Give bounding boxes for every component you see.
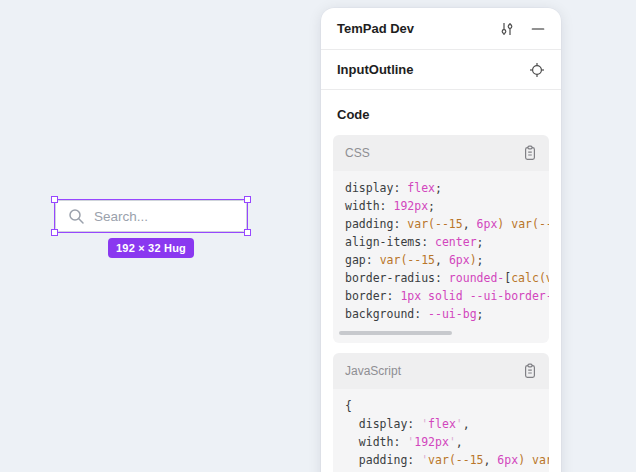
search-icon — [68, 208, 85, 225]
selected-node-row: InputOutline — [321, 50, 561, 90]
panel-header: TemPad Dev — [321, 8, 561, 50]
code-section-heading: Code — [337, 107, 545, 122]
selection-handle-bottom-left[interactable] — [51, 229, 58, 236]
minimize-icon — [531, 22, 545, 36]
code-line: display: flex; — [333, 179, 549, 197]
minimize-button[interactable] — [531, 22, 545, 36]
code-section: Code CSS display: flex;width: — [321, 90, 561, 472]
code-line: gap: var(--15, 6px); — [333, 251, 549, 269]
code-line: border: 1px solid --ui-border- — [333, 287, 549, 305]
javascript-block-label: JavaScript — [345, 364, 401, 378]
css-block-label: CSS — [345, 146, 370, 160]
code-line: border-radius: rounded-[calc(v — [333, 269, 549, 287]
code-line: background: --ui-bg; — [333, 305, 549, 323]
css-code-body[interactable]: display: flex;width: 192px;padding: var(… — [333, 171, 549, 343]
clipboard-copy-icon — [523, 363, 537, 379]
css-code-block: CSS display: flex;width: 192px;padding: … — [333, 135, 549, 343]
javascript-code-body[interactable]: { display: 'flex', width: '192px', paddi… — [333, 389, 549, 472]
target-icon — [529, 62, 545, 78]
code-lines: display: flex;width: 192px;padding: var(… — [333, 179, 549, 323]
figma-canvas: Search... 192 × 32 Hug TemPad Dev — [0, 0, 636, 472]
horizontal-scrollbar[interactable] — [339, 331, 452, 335]
copy-css-button[interactable] — [523, 145, 537, 161]
search-placeholder: Search... — [94, 209, 148, 224]
clipboard-copy-icon — [523, 145, 537, 161]
javascript-code-block: JavaScript { display: 'flex', width: '19… — [333, 353, 549, 472]
selection-handle-top-left[interactable] — [51, 196, 58, 203]
sliders-icon — [499, 21, 515, 37]
preferences-button[interactable] — [499, 21, 515, 37]
tempad-dev-panel: TemPad Dev InputOutline — [321, 8, 561, 472]
code-line: { — [333, 397, 549, 415]
code-line: width: '192px', — [333, 433, 549, 451]
code-line: padding: 'var(--15, 6px) var — [333, 451, 549, 469]
code-line: padding: var(--15, 6px) var(-- — [333, 215, 549, 233]
selected-node-name: InputOutline — [337, 62, 414, 77]
copy-javascript-button[interactable] — [523, 363, 537, 379]
javascript-block-header: JavaScript — [333, 353, 549, 389]
code-line: width: 192px; — [333, 197, 549, 215]
locate-node-button[interactable] — [529, 62, 545, 78]
selection-handle-bottom-right[interactable] — [244, 229, 251, 236]
code-line: display: 'flex', — [333, 415, 549, 433]
css-block-header: CSS — [333, 135, 549, 171]
code-lines: { display: 'flex', width: '192px', paddi… — [333, 397, 549, 472]
selection-dimensions-badge: 192 × 32 Hug — [108, 238, 194, 258]
selection-handle-top-right[interactable] — [244, 196, 251, 203]
code-line: align-items: center; — [333, 233, 549, 251]
panel-title: TemPad Dev — [337, 21, 414, 36]
search-input[interactable]: Search... — [55, 200, 247, 232]
